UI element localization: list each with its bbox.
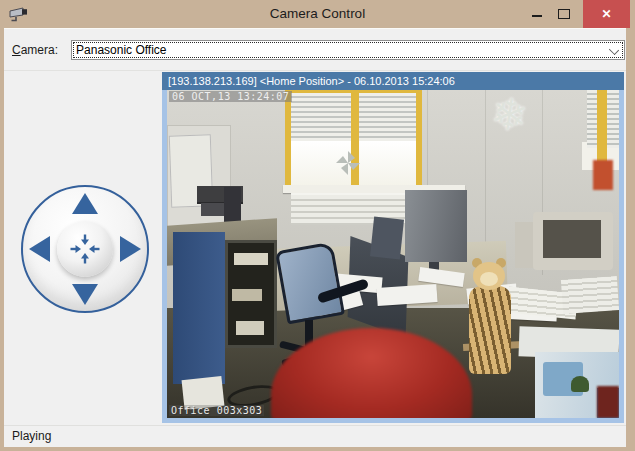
paper-stack [561, 276, 619, 314]
camera-label: Camera: [12, 43, 58, 57]
tiger-plush [469, 286, 511, 374]
minimize-icon [532, 15, 542, 17]
camera-video-feed: ❄ [167, 90, 619, 418]
flat-monitor [405, 190, 467, 262]
caption-buttons: ✕ [523, 0, 630, 28]
camera-select[interactable]: Panasonic Office [71, 40, 625, 60]
shelf-item [232, 289, 262, 301]
blue-cabinet [173, 232, 225, 384]
titlebar[interactable]: Camera Control ✕ [0, 0, 635, 28]
center-home-button[interactable] [57, 221, 113, 277]
monitor-back [370, 217, 404, 260]
pan-right-button[interactable] [120, 236, 141, 262]
shelf-item [236, 321, 264, 335]
client-area: Camera: Panasonic Office [4, 28, 626, 447]
maximize-button[interactable] [550, 0, 577, 28]
camera-toolbar: Camera: Panasonic Office [4, 29, 626, 71]
pan-up-button[interactable] [72, 193, 98, 214]
open-shelf [225, 240, 277, 348]
tiger-plush-face [480, 272, 498, 286]
video-panel: [193.138.213.169] <Home Position> - 06.1… [162, 72, 624, 423]
crt-screen [543, 220, 601, 258]
minimize-button[interactable] [523, 0, 550, 28]
video-frame: ❄ [162, 90, 624, 423]
pan-down-button[interactable] [72, 284, 98, 305]
snowflake-icon: ❄ [488, 90, 531, 142]
camera-select-value: Panasonic Office [72, 43, 167, 57]
shelf-item [234, 253, 268, 265]
status-bar: Playing [4, 425, 626, 447]
pan-left-button[interactable] [29, 236, 50, 262]
app-window: Camera Control ✕ Camera: Panasonic Offic… [0, 0, 635, 451]
main-area: [193.138.213.169] <Home Position> - 06.1… [4, 71, 626, 425]
right-curtain [593, 160, 613, 190]
center-arrows-icon [70, 234, 100, 264]
crt-monitor [533, 212, 613, 270]
video-position-overlay: Office 003x303 [169, 405, 264, 416]
center-window [285, 90, 422, 192]
close-icon: ✕ [601, 7, 611, 21]
office-chair-back [275, 242, 345, 325]
speaker [224, 187, 241, 222]
video-timestamp-overlay: 06 OCT,13 13:24:07 [169, 91, 292, 102]
red-object [597, 386, 619, 418]
small-plant [571, 376, 589, 392]
pc-tower [515, 222, 535, 268]
maximize-icon [558, 9, 570, 19]
chevron-down-icon[interactable] [609, 44, 619, 54]
ptz-joystick [21, 185, 149, 313]
video-header: [193.138.213.169] <Home Position> - 06.1… [162, 72, 624, 90]
paper-pinwheel [335, 150, 361, 176]
close-button[interactable]: ✕ [583, 0, 630, 28]
